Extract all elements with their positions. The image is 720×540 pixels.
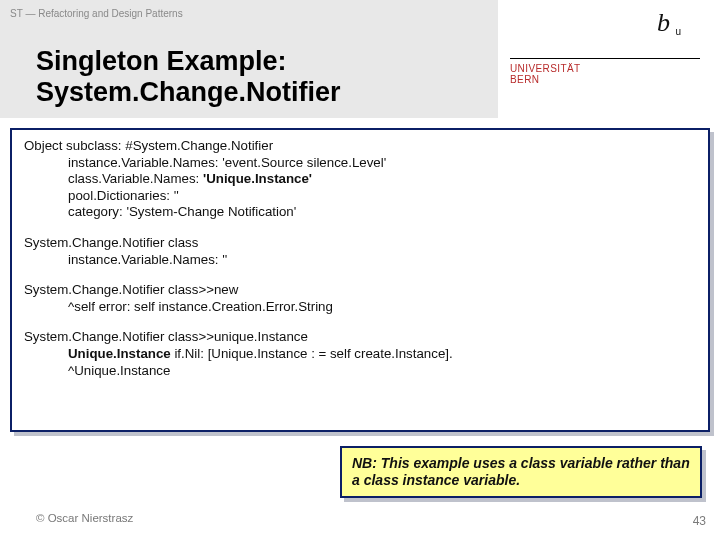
code-line: ^self error: self instance.Creation.Erro… [24, 299, 696, 316]
code-line: System.Change.Notifier class>>new [24, 282, 696, 299]
page-title: Singleton Example: System.Change.Notifie… [36, 46, 341, 108]
logo-mark: b u [510, 8, 700, 50]
logo-u: u [675, 26, 682, 37]
university-name-line1: UNIVERSITÄT [510, 63, 700, 74]
copyright: © Oscar Nierstrasz [36, 512, 133, 524]
university-name-line2: BERN [510, 74, 700, 85]
code-block-3: System.Change.Notifier class>>new ^self … [24, 282, 696, 315]
code-line: pool.Dictionaries: '' [24, 188, 696, 205]
university-logo-block: b u UNIVERSITÄT BERN [510, 8, 700, 85]
code-block-1: Object subclass: #System.Change.Notifier… [24, 138, 696, 221]
logo-b: b [657, 8, 670, 38]
code-line: instance.Variable.Names: 'event.Source s… [24, 155, 696, 172]
code-line: Unique.Instance if.Nil: [Unique.Instance… [24, 346, 696, 363]
code-block-4: System.Change.Notifier class>>unique.Ins… [24, 329, 696, 379]
code-listing: Object subclass: #System.Change.Notifier… [10, 128, 710, 432]
code-block-2: System.Change.Notifier class instance.Va… [24, 235, 696, 268]
code-line: Object subclass: #System.Change.Notifier [24, 138, 696, 155]
page-number: 43 [693, 514, 706, 528]
code-line: System.Change.Notifier class [24, 235, 696, 252]
code-line: ^Unique.Instance [24, 363, 696, 380]
title-line-2: System.Change.Notifier [36, 77, 341, 108]
code-line: System.Change.Notifier class>>unique.Ins… [24, 329, 696, 346]
university-name: UNIVERSITÄT BERN [510, 58, 700, 85]
code-line: instance.Variable.Names: '' [24, 252, 696, 269]
code-line: class.Variable.Names: 'Unique.Instance' [24, 171, 696, 188]
title-line-1: Singleton Example: [36, 46, 341, 77]
note-callout: NB: This example uses a class variable r… [340, 446, 702, 498]
code-line: category: 'System-Change Notification' [24, 204, 696, 221]
header-kicker: ST — Refactoring and Design Patterns [10, 8, 183, 19]
